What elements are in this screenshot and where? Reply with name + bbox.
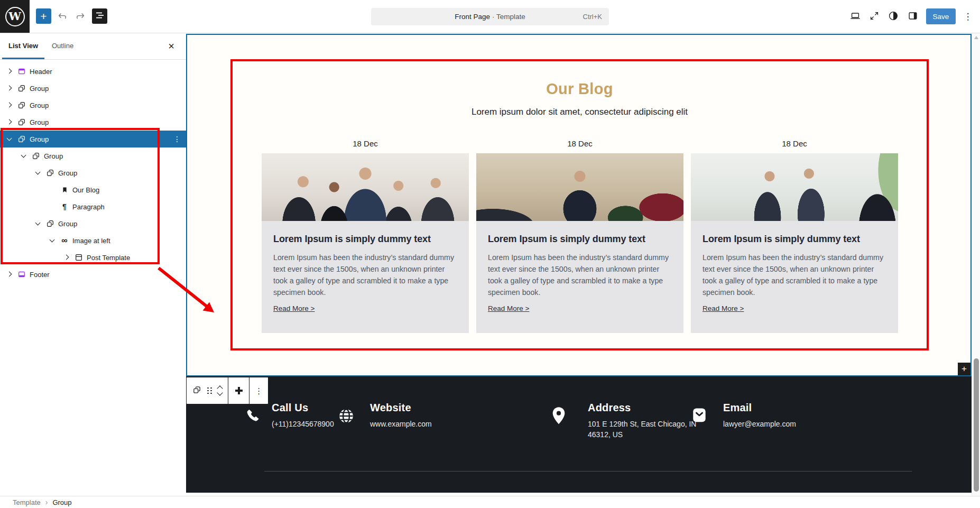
tree-item-image-at-left-query-loop[interactable]: ∞ Image at left [0,232,186,249]
list-view-panel: List View Outline × Header Group Group [0,33,186,496]
post-featured-image-business-meeting[interactable] [691,153,898,221]
footer-column-call-us: Call Us (+11)12345678900 [272,402,334,429]
chevron-right-icon[interactable] [5,67,14,76]
tree-item-footer[interactable]: Footer [0,266,186,283]
blog-post-card[interactable]: 18 Dec Lorem Ipsum is simply dummy text … [476,138,683,333]
footer-column-title: Address [588,402,700,414]
tree-item-post-template[interactable]: Post Template [0,249,186,266]
tree-item-group[interactable]: Group [0,215,186,232]
chevron-down-icon[interactable] [48,236,57,245]
blog-post-card[interactable]: 18 Dec Lorem Ipsum is simply dummy text … [262,138,469,333]
read-more-link[interactable]: Read More > [488,304,529,312]
tree-item-group[interactable]: Group [0,164,186,181]
tree-item-header[interactable]: Header [0,63,186,80]
group-block-icon [45,219,55,228]
chevron-down-icon[interactable] [34,169,42,177]
list-view-icon [95,10,105,22]
tree-item-our-blog-heading[interactable]: Our Blog [0,181,186,198]
block-options-icon[interactable]: ⋮ [173,131,181,147]
group-block-icon [192,385,201,396]
tab-list-view[interactable]: List View [2,33,44,59]
post-featured-image-business-team[interactable] [262,153,469,221]
group-block-icon [31,151,41,161]
close-list-view-button[interactable]: × [162,36,181,56]
post-title[interactable]: Lorem Ipsum is simply dummy text [488,234,672,245]
blog-section-heading[interactable]: Our Blog [230,80,929,98]
wordpress-logo-button[interactable]: W [0,0,30,33]
save-button[interactable]: Save [926,8,956,24]
read-more-link[interactable]: Read More > [273,304,315,312]
settings-sidebar-button[interactable] [905,9,921,24]
plus-icon [235,387,243,394]
keyboard-shortcut-hint: Ctrl+K [583,13,602,21]
scrollbar-thumb[interactable] [974,358,979,492]
tree-item-group[interactable]: Group [0,97,186,114]
view-device-preview-button[interactable] [847,9,863,24]
post-title[interactable]: Lorem Ipsum is simply dummy text [273,234,457,245]
chevron-right-icon[interactable] [5,101,14,109]
chevron-down-icon[interactable] [5,135,14,143]
footer-column-address: Address 101 E 129th St, East Chicago, IN… [588,402,700,440]
block-transform-button[interactable] [235,387,243,394]
chevron-right-icon[interactable] [5,270,14,279]
document-title: Front Page · Template [455,13,525,21]
blog-section-subheading[interactable]: Lorem ipsum dolor sit amet, consectetur … [230,107,929,117]
phone-icon [245,408,261,426]
footer-column-website: Website www.example.com [370,402,432,429]
options-menu-button[interactable]: ⋮ [961,9,975,24]
list-view-toggle-button[interactable] [92,8,107,24]
header-template-part-icon [17,67,26,76]
block-options-button[interactable]: ⋮ [255,387,263,395]
footer-phone-number: (+11)12345678900 [272,419,334,429]
list-view-tabs: List View Outline × [0,33,186,60]
tree-item-paragraph[interactable]: ¶ Paragraph [0,198,186,215]
chevron-right-icon[interactable] [62,253,71,262]
read-more-link[interactable]: Read More > [702,304,744,312]
chevron-down-icon[interactable] [20,152,28,160]
tree-item-group[interactable]: Group [0,80,186,97]
chevron-down-icon[interactable] [34,219,42,228]
vertical-scrollbar[interactable] [972,33,980,496]
select-parent-group-button[interactable] [192,385,201,396]
footer-website-url: www.example.com [370,419,432,429]
post-title[interactable]: Lorem Ipsum is simply dummy text [702,234,886,245]
group-block-icon [17,134,26,144]
tab-outline[interactable]: Outline [45,33,80,59]
breadcrumb-group[interactable]: Group [52,498,71,506]
move-block-buttons[interactable] [218,386,222,395]
post-excerpt: Lorem Ipsum has been the industry’s stan… [488,252,672,298]
vertical-ellipsis-icon: ⋮ [964,11,973,22]
chevron-right-icon[interactable] [5,118,14,126]
blog-post-card[interactable]: 18 Dec Lorem Ipsum is simply dummy text … [691,138,898,333]
undo-button[interactable] [54,9,70,24]
tree-item-group-selected[interactable]: Group ⋮ [0,131,186,147]
redo-button[interactable] [72,9,88,24]
footer-column-email: Email lawyer@example.com [723,402,796,429]
location-pin-icon [550,406,568,429]
editor-canvas[interactable]: Our Blog Lorem ipsum dolor sit amet, con… [186,34,972,376]
canvas-add-block-button[interactable]: + [958,363,970,375]
tree-item-group[interactable]: Group [0,147,186,164]
site-footer-block[interactable]: Call Us (+11)12345678900 Website www.exa… [186,376,972,493]
footer-column-title: Email [723,402,796,414]
tree-item-label: Header [30,68,52,76]
post-excerpt: Lorem Ipsum has been the industry’s stan… [702,252,886,298]
add-block-button[interactable]: + [36,8,51,24]
command-center-bar[interactable]: Front Page · Template Ctrl+K [371,8,609,25]
post-excerpt: Lorem Ipsum has been the industry’s stan… [273,252,457,298]
style-variations-button[interactable] [885,9,901,24]
post-card-body: Lorem Ipsum is simply dummy text Lorem I… [262,221,469,333]
scroll-up-arrow-icon[interactable] [974,36,978,39]
chevron-right-icon[interactable] [5,84,14,93]
expand-icon [868,10,880,23]
chevron-spacer [48,202,57,211]
tree-item-group[interactable]: Group [0,114,186,131]
fullscreen-button[interactable] [866,9,882,24]
block-toolbar: ⋮ [186,377,269,404]
post-featured-image-businesswoman-cafe[interactable] [476,153,683,221]
footer-address-text: 101 E 129th St, East Chicago, IN 46312, … [588,419,700,440]
block-tree: Header Group Group Group [0,63,186,283]
drag-handle[interactable] [207,387,212,394]
undo-icon [57,10,68,23]
breadcrumb-template[interactable]: Template [13,498,41,506]
